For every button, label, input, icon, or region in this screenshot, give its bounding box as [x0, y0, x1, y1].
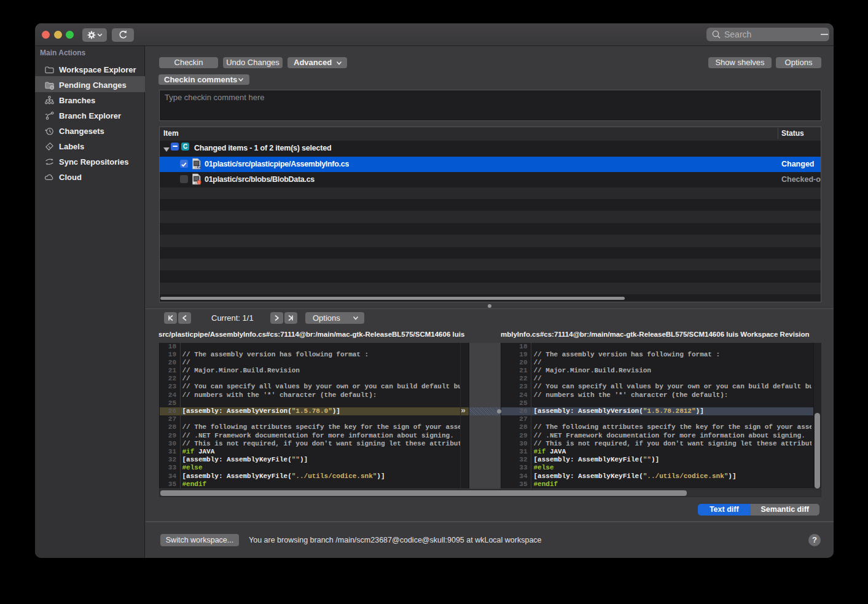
- svg-text:!: !: [198, 181, 200, 184]
